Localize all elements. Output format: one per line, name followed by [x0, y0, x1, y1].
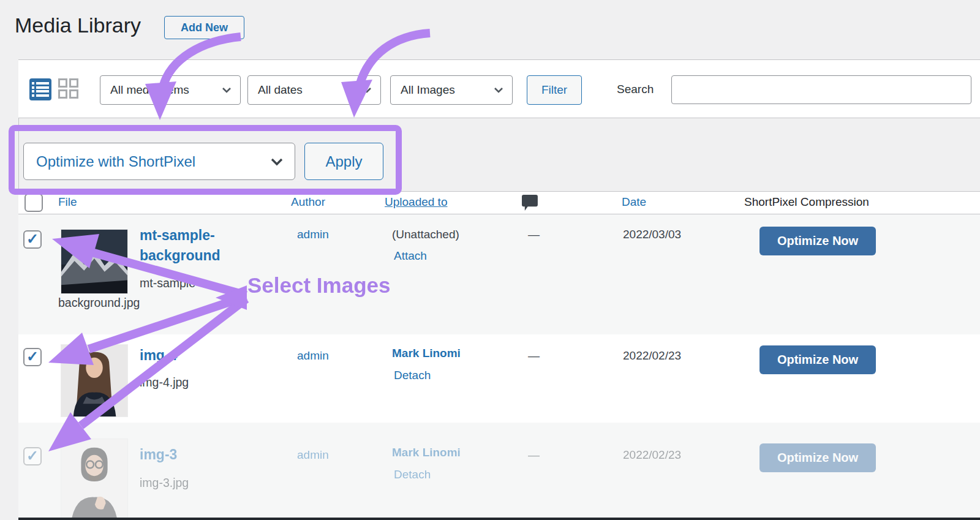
list-view-icon[interactable] [29, 78, 51, 100]
author-link[interactable]: admin [297, 448, 329, 462]
table-row: ✓ mt-sample-background mt-sample-backgro… [18, 214, 980, 334]
file-title-link[interactable]: img-3 [140, 445, 241, 465]
image-type-filter-value: All Images [401, 83, 455, 97]
apply-button[interactable]: Apply [304, 143, 383, 180]
detach-link[interactable]: Detach [394, 369, 431, 382]
author-link[interactable]: admin [297, 349, 329, 363]
bottom-edge-bar [18, 518, 980, 520]
detach-link[interactable]: Detach [394, 468, 431, 481]
column-header-shortpixel-compression: ShortPixel Compression [744, 195, 869, 209]
media-library-page: Media Library Add New All media items Al… [0, 0, 980, 520]
table-row: ✓ img-3 img-3.jpg admin Mark Linomi Deta… [18, 423, 980, 518]
comments-count: — [528, 228, 540, 241]
optimize-now-button[interactable]: Optimize Now [760, 443, 876, 472]
page-title: Media Library [15, 13, 141, 37]
attach-link[interactable]: Attach [394, 249, 427, 263]
grid-view-icon[interactable] [58, 78, 80, 100]
comments-count: — [528, 349, 540, 363]
row-checkbox[interactable]: ✓ [23, 447, 42, 465]
file-name: img-3.jpg [140, 473, 189, 492]
chevron-down-icon [222, 87, 232, 93]
image-type-filter-select[interactable]: All Images [390, 75, 513, 105]
file-name: mt-sample-background.jpg [58, 273, 230, 312]
checkmark-icon: ✓ [26, 448, 39, 463]
media-toolbar: All media items All dates All Images Fil… [18, 59, 980, 118]
row-checkbox[interactable]: ✓ [23, 348, 42, 366]
date-filter-value: All dates [258, 83, 303, 97]
row-checkbox[interactable]: ✓ [23, 230, 42, 249]
uploaded-to-link[interactable]: Mark Linomi [392, 347, 461, 360]
uploaded-to-text: (Unattached) [392, 228, 459, 241]
media-type-filter-select[interactable]: All media items [100, 75, 241, 105]
select-all-checkbox[interactable] [24, 194, 43, 212]
column-header-uploaded-to[interactable]: Uploaded to [385, 195, 447, 209]
thumbnail-woman-portrait[interactable] [61, 344, 128, 417]
file-title-link[interactable]: mt-sample-background [140, 225, 241, 266]
checkmark-icon: ✓ [26, 349, 39, 364]
column-header-file[interactable]: File [58, 195, 77, 209]
chevron-down-icon [362, 87, 372, 93]
bulk-action-value: Optimize with ShortPixel [36, 153, 195, 170]
column-header-author[interactable]: Author [291, 195, 325, 209]
chevron-down-icon [270, 157, 284, 166]
chevron-down-icon [494, 87, 503, 93]
comments-count: — [528, 448, 540, 462]
checkmark-icon: ✓ [26, 232, 39, 246]
thumbnail-man-portrait[interactable] [61, 439, 128, 518]
filter-button[interactable]: Filter [527, 75, 582, 105]
table-header-row: File Author Uploaded to Date ShortPixel … [18, 191, 980, 214]
bulk-action-select[interactable]: Optimize with ShortPixel [23, 143, 295, 180]
date-cell: 2022/02/23 [623, 448, 681, 462]
date-cell: 2022/02/23 [623, 349, 681, 363]
search-input[interactable] [671, 75, 971, 104]
file-title-link[interactable]: img-4 [140, 345, 241, 366]
uploaded-to-link[interactable]: Mark Linomi [392, 446, 461, 459]
optimize-now-button[interactable]: Optimize Now [760, 345, 876, 374]
search-label: Search [617, 83, 654, 96]
table-row: ✓ img-4 img-4.jpg admin Mark Linomi Deta… [18, 334, 980, 423]
comment-bubble-icon[interactable] [522, 194, 538, 212]
column-header-date[interactable]: Date [622, 195, 646, 209]
date-filter-select[interactable]: All dates [247, 75, 381, 105]
add-new-button[interactable]: Add New [164, 16, 244, 39]
media-type-filter-value: All media items [110, 83, 189, 97]
date-cell: 2022/03/03 [623, 228, 681, 241]
author-link[interactable]: admin [297, 228, 329, 241]
optimize-now-button[interactable]: Optimize Now [760, 227, 876, 255]
file-name: img-4.jpg [140, 372, 189, 392]
